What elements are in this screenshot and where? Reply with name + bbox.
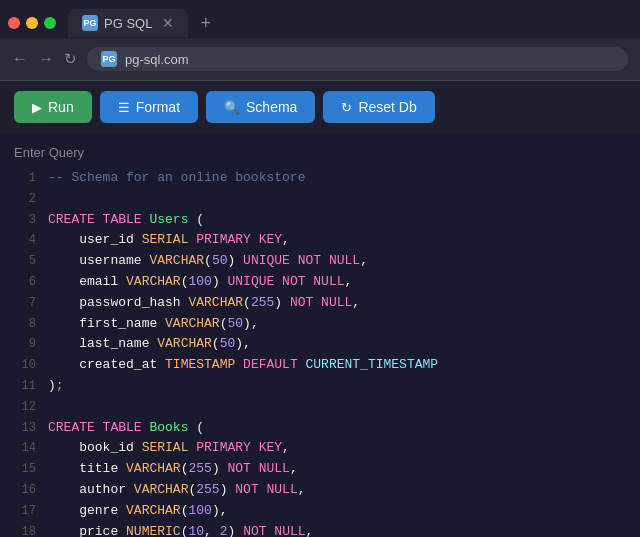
line-num-1: 1 xyxy=(8,169,36,188)
window-controls xyxy=(8,17,56,29)
back-button[interactable]: ← xyxy=(12,50,28,68)
new-tab-button[interactable]: + xyxy=(192,13,219,34)
editor-area[interactable]: Enter Query 1 -- Schema for an online bo… xyxy=(0,133,640,537)
code-line-11: 11 ); xyxy=(0,376,640,397)
code-line-7: 7 password_hash VARCHAR(255) NOT NULL, xyxy=(0,293,640,314)
reset-icon: ↻ xyxy=(341,100,352,115)
line-num-9: 9 xyxy=(8,335,36,354)
line-num-13: 13 xyxy=(8,419,36,438)
line-num-5: 5 xyxy=(8,252,36,271)
code-line-15: 15 title VARCHAR(255) NOT NULL, xyxy=(0,459,640,480)
tab-label: PG SQL xyxy=(104,16,152,31)
editor-label: Enter Query xyxy=(0,141,640,168)
line-13-content: CREATE TABLE Books ( xyxy=(48,418,204,439)
code-line-13: 13 CREATE TABLE Books ( xyxy=(0,418,640,439)
tab-bar: PG PG SQL ✕ + xyxy=(0,0,640,38)
code-line-17: 17 genre VARCHAR(100), xyxy=(0,501,640,522)
line-3-content: CREATE TABLE Users ( xyxy=(48,210,204,231)
line-num-15: 15 xyxy=(8,460,36,479)
reset-label: Reset Db xyxy=(358,99,416,115)
format-icon: ☰ xyxy=(118,100,130,115)
code-line-6: 6 email VARCHAR(100) UNIQUE NOT NULL, xyxy=(0,272,640,293)
line-12-content xyxy=(48,397,56,418)
code-line-1: 1 -- Schema for an online bookstore xyxy=(0,168,640,189)
line-num-2: 2 xyxy=(8,190,36,209)
line-6-content: email VARCHAR(100) UNIQUE NOT NULL, xyxy=(48,272,352,293)
code-editor[interactable]: 1 -- Schema for an online bookstore 2 3 … xyxy=(0,168,640,537)
schema-icon: 🔍 xyxy=(224,100,240,115)
line-5-content: username VARCHAR(50) UNIQUE NOT NULL, xyxy=(48,251,368,272)
line-num-6: 6 xyxy=(8,273,36,292)
line-17-content: genre VARCHAR(100), xyxy=(48,501,228,522)
code-line-9: 9 last_name VARCHAR(50), xyxy=(0,334,640,355)
line-num-7: 7 xyxy=(8,294,36,313)
code-line-10: 10 created_at TIMESTAMP DEFAULT CURRENT_… xyxy=(0,355,640,376)
code-line-4: 4 user_id SERIAL PRIMARY KEY, xyxy=(0,230,640,251)
line-11-content: ); xyxy=(48,376,64,397)
line-num-8: 8 xyxy=(8,315,36,334)
line-1-content: -- Schema for an online bookstore xyxy=(48,168,305,189)
code-line-16: 16 author VARCHAR(255) NOT NULL, xyxy=(0,480,640,501)
line-num-14: 14 xyxy=(8,439,36,458)
url-input[interactable]: PG pg-sql.com xyxy=(87,47,628,71)
code-line-18: 18 price NUMERIC(10, 2) NOT NULL, xyxy=(0,522,640,537)
code-line-14: 14 book_id SERIAL PRIMARY KEY, xyxy=(0,438,640,459)
tab-icon: PG xyxy=(82,15,98,31)
reset-db-button[interactable]: ↻ Reset Db xyxy=(323,91,434,123)
fullscreen-dot[interactable] xyxy=(44,17,56,29)
active-tab[interactable]: PG PG SQL ✕ xyxy=(68,9,188,37)
close-dot[interactable] xyxy=(8,17,20,29)
schema-button[interactable]: 🔍 Schema xyxy=(206,91,315,123)
line-4-content: user_id SERIAL PRIMARY KEY, xyxy=(48,230,290,251)
line-num-11: 11 xyxy=(8,377,36,396)
code-line-12: 12 xyxy=(0,397,640,418)
format-button[interactable]: ☰ Format xyxy=(100,91,198,123)
code-line-3: 3 CREATE TABLE Users ( xyxy=(0,210,640,231)
run-button[interactable]: ▶ Run xyxy=(14,91,92,123)
tab-close-button[interactable]: ✕ xyxy=(162,15,174,31)
line-10-content: created_at TIMESTAMP DEFAULT CURRENT_TIM… xyxy=(48,355,438,376)
line-num-4: 4 xyxy=(8,231,36,250)
line-7-content: password_hash VARCHAR(255) NOT NULL, xyxy=(48,293,360,314)
url-text: pg-sql.com xyxy=(125,52,189,67)
refresh-button[interactable]: ↻ xyxy=(64,50,77,68)
code-line-2: 2 xyxy=(0,189,640,210)
address-bar: ← → ↻ PG pg-sql.com xyxy=(0,38,640,80)
code-line-8: 8 first_name VARCHAR(50), xyxy=(0,314,640,335)
line-2-content xyxy=(48,189,56,210)
line-15-content: title VARCHAR(255) NOT NULL, xyxy=(48,459,298,480)
url-favicon: PG xyxy=(101,51,117,67)
line-16-content: author VARCHAR(255) NOT NULL, xyxy=(48,480,306,501)
schema-label: Schema xyxy=(246,99,297,115)
line-18-content: price NUMERIC(10, 2) NOT NULL, xyxy=(48,522,313,537)
line-14-content: book_id SERIAL PRIMARY KEY, xyxy=(48,438,290,459)
line-num-18: 18 xyxy=(8,523,36,537)
minimize-dot[interactable] xyxy=(26,17,38,29)
line-num-3: 3 xyxy=(8,211,36,230)
code-line-5: 5 username VARCHAR(50) UNIQUE NOT NULL, xyxy=(0,251,640,272)
run-label: Run xyxy=(48,99,74,115)
line-9-content: last_name VARCHAR(50), xyxy=(48,334,251,355)
line-8-content: first_name VARCHAR(50), xyxy=(48,314,259,335)
run-icon: ▶ xyxy=(32,100,42,115)
toolbar: ▶ Run ☰ Format 🔍 Schema ↻ Reset Db xyxy=(0,81,640,133)
line-num-12: 12 xyxy=(8,398,36,417)
format-label: Format xyxy=(136,99,180,115)
line-num-16: 16 xyxy=(8,481,36,500)
line-num-17: 17 xyxy=(8,502,36,521)
line-num-10: 10 xyxy=(8,356,36,375)
forward-button[interactable]: → xyxy=(38,50,54,68)
